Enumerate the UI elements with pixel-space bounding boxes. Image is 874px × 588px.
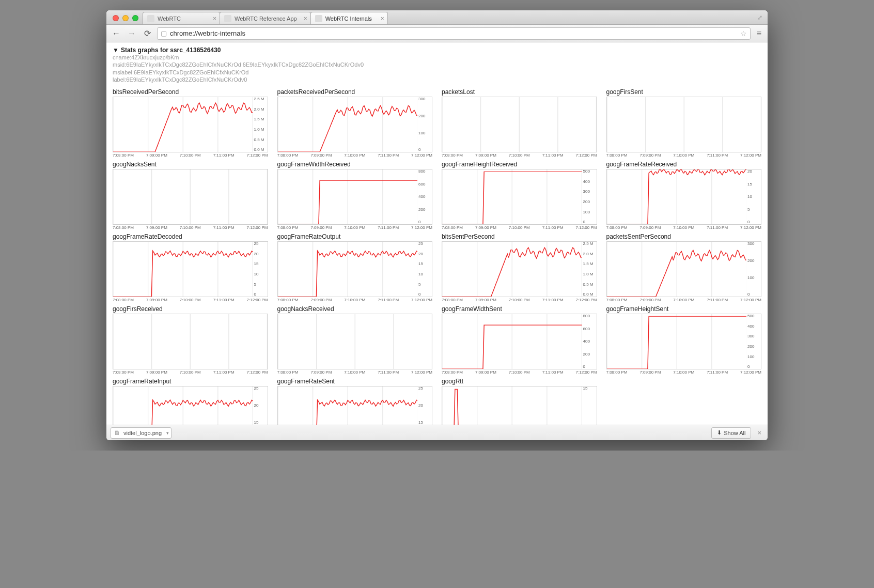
x-tick-label: 7:10:00 PM — [509, 370, 530, 375]
chart-x-ticks: 7:08:00 PM7:09:00 PM7:10:00 PM7:11:00 PM… — [606, 297, 762, 302]
chart-title: googFrameRateSent — [277, 377, 433, 385]
y-tick-label: 20 — [254, 404, 267, 408]
close-tab-icon[interactable]: × — [381, 16, 384, 22]
chart-frame — [113, 314, 268, 369]
browser-tab[interactable]: WebRTC Internals× — [310, 12, 388, 24]
x-tick-label: 7:09:00 PM — [146, 153, 167, 158]
chart-x-ticks: 7:08:00 PM7:09:00 PM7:10:00 PM7:11:00 PM… — [113, 225, 268, 230]
chart-y-ticks: 2.5 M2.0 M1.5 M1.0 M0.5 M0.0 M — [582, 242, 597, 297]
chart-y-ticks: 8006004002000 — [417, 169, 432, 224]
x-tick-label: 7:09:00 PM — [639, 225, 661, 230]
chart-frame: 8006004002000 — [277, 169, 433, 225]
close-window-button[interactable] — [113, 15, 119, 21]
back-button[interactable]: ← — [111, 28, 122, 39]
page-icon: ▢ — [161, 29, 167, 37]
address-bar[interactable]: ▢ chrome://webrtc-internals ☆ — [157, 27, 751, 40]
download-item[interactable]: 🗎 vidtel_logo.png ▾ — [111, 427, 171, 439]
y-tick-label: 1.5 M — [583, 262, 596, 266]
x-tick-label: 7:11:00 PM — [213, 153, 235, 158]
chart-plot-area — [442, 169, 582, 224]
bookmark-star-icon[interactable]: ☆ — [740, 29, 747, 38]
disclosure-triangle-icon[interactable]: ▼ — [113, 47, 119, 54]
y-tick-label: 300 — [418, 97, 431, 101]
chart-cell: googFrameRateDecoded25201510507:08:00 PM… — [113, 232, 268, 302]
close-shelf-button[interactable]: × — [755, 429, 763, 437]
y-tick-label: 400 — [583, 339, 596, 344]
x-tick-label: 7:08:00 PM — [442, 298, 463, 302]
x-tick-label: 7:10:00 PM — [673, 153, 694, 158]
chart-x-ticks: 7:08:00 PM7:09:00 PM7:10:00 PM7:11:00 PM… — [113, 369, 268, 375]
chart-cell: googFrameRateOutput25201510507:08:00 PM7… — [277, 232, 433, 302]
x-tick-label: 7:08:00 PM — [606, 225, 628, 230]
stats-meta-line: msid:6E9IaEYkyxIkTCxDgc82ZGoEhICfxNuCKrO… — [113, 61, 763, 68]
y-tick-label: 200 — [747, 345, 760, 349]
y-tick-label: 500 — [583, 169, 596, 174]
x-tick-label: 7:11:00 PM — [542, 370, 564, 375]
y-tick-label: 0.5 M — [583, 283, 596, 287]
chart-plot-area — [113, 169, 268, 224]
chart-plot-area — [442, 314, 582, 369]
x-tick-label: 7:08:00 PM — [277, 370, 299, 375]
chart-y-ticks: 20151050 — [746, 169, 761, 224]
chart-x-ticks: 7:08:00 PM7:09:00 PM7:10:00 PM7:11:00 PM… — [606, 369, 762, 375]
close-tab-icon[interactable]: × — [304, 16, 307, 22]
forward-button[interactable]: → — [126, 28, 137, 39]
x-tick-label: 7:10:00 PM — [509, 153, 530, 158]
y-tick-label: 0 — [418, 148, 431, 152]
y-tick-label: 200 — [418, 114, 431, 118]
chart-y-ticks: 3002001000 — [746, 242, 761, 297]
chart-frame: 1510 — [442, 386, 597, 425]
chart-cell: googNacksSent7:08:00 PM7:09:00 PM7:10:00… — [113, 160, 268, 230]
chart-title: googFrameRateInput — [113, 377, 268, 385]
y-tick-label: 800 — [418, 169, 431, 174]
chart-title: googFirsSent — [606, 87, 762, 96]
browser-tab[interactable]: WebRTC× — [143, 12, 220, 24]
chart-frame — [442, 97, 597, 152]
chart-cell: googFrameWidthReceived80060040020007:08:… — [277, 160, 433, 230]
y-tick-label: 1.0 M — [254, 128, 267, 132]
y-tick-label: 20 — [747, 169, 760, 174]
y-tick-label: 0 — [747, 220, 760, 224]
y-tick-label: 10 — [254, 272, 267, 276]
close-tab-icon[interactable]: × — [213, 16, 216, 22]
tab-label: WebRTC Internals — [325, 16, 372, 22]
chart-title: packetsLost — [442, 87, 597, 96]
x-tick-label: 7:09:00 PM — [475, 298, 496, 302]
chart-x-ticks: 7:08:00 PM7:09:00 PM7:10:00 PM7:11:00 PM… — [606, 152, 762, 158]
x-tick-label: 7:08:00 PM — [113, 225, 134, 230]
show-all-downloads-button[interactable]: ⬇ Show All — [711, 427, 751, 439]
download-filename: vidtel_logo.png — [123, 430, 162, 436]
chart-title: googFirsReceived — [113, 304, 268, 313]
minimize-window-button[interactable] — [122, 15, 129, 21]
x-tick-label: 7:12:00 PM — [576, 298, 597, 302]
zoom-window-button[interactable] — [132, 15, 138, 21]
chart-title: bitsSentPerSecond — [442, 232, 597, 240]
y-tick-label: 0 — [418, 220, 431, 224]
chart-x-ticks: 7:08:00 PM7:09:00 PM7:10:00 PM7:11:00 PM… — [277, 152, 433, 158]
chart-x-ticks: 7:08:00 PM7:09:00 PM7:10:00 PM7:11:00 PM… — [442, 225, 597, 230]
y-tick-label: 100 — [747, 355, 760, 359]
y-tick-label: 25 — [254, 242, 267, 246]
y-tick-label: 400 — [418, 195, 431, 199]
fullscreen-icon[interactable]: ⤢ — [757, 14, 762, 21]
download-menu-caret-icon[interactable]: ▾ — [164, 430, 169, 436]
browser-tab[interactable]: WebRTC Reference App× — [220, 12, 311, 24]
reload-button[interactable]: ⟳ — [142, 28, 153, 39]
chart-plot-area — [442, 242, 582, 297]
chart-plot-area — [607, 314, 747, 369]
stats-title-row[interactable]: ▼ Stats graphs for ssrc_4136526430 — [113, 47, 763, 54]
chart-cell: packetsLost7:08:00 PM7:09:00 PM7:10:00 P… — [442, 87, 597, 158]
x-tick-label: 7:10:00 PM — [673, 225, 694, 230]
chart-plot-area — [113, 97, 253, 152]
chart-cell: googFirsSent7:08:00 PM7:09:00 PM7:10:00 … — [606, 87, 762, 158]
y-tick-label: 1.5 M — [254, 117, 267, 121]
chart-title: googFrameHeightReceived — [442, 160, 597, 168]
x-tick-label: 7:09:00 PM — [475, 370, 496, 375]
x-tick-label: 7:10:00 PM — [180, 298, 201, 302]
chrome-menu-icon[interactable]: ≡ — [755, 29, 763, 38]
y-tick-label: 5 — [254, 283, 267, 287]
chart-title: packetsSentPerSecond — [606, 232, 762, 240]
x-tick-label: 7:10:00 PM — [673, 370, 694, 375]
chart-plot-area — [607, 169, 747, 224]
chart-y-ticks: 8006004002000 — [582, 314, 597, 369]
